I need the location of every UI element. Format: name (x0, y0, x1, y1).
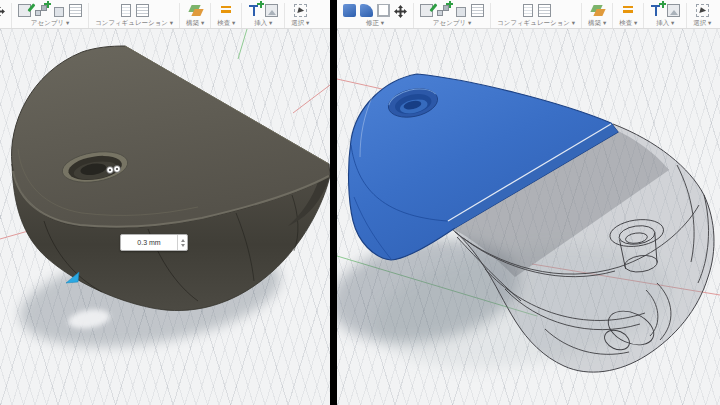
press-pull-icon[interactable] (343, 4, 356, 17)
toolbar-group-configuration: コンフィギュレーション ▾ (88, 3, 179, 28)
shell-icon[interactable] (377, 4, 390, 17)
toolbar-group-inspect: 検査 ▾ (612, 3, 643, 28)
toolbar-group-construct: 構築 ▾ (581, 3, 612, 28)
new-component-icon[interactable] (18, 4, 31, 17)
move-icon[interactable] (394, 4, 407, 17)
insert-derive-icon[interactable] (650, 4, 663, 17)
toolbar-group-modify: 修正 ▾ (337, 3, 413, 28)
joint-icon[interactable] (437, 4, 450, 17)
toolbar-group-label[interactable]: アセンブリ ▾ (31, 18, 69, 27)
as-built-joint-icon[interactable] (52, 4, 65, 17)
toolbar-group-label[interactable]: 挿入 ▾ (254, 18, 272, 27)
select-icon[interactable] (696, 4, 709, 17)
toolbar-left: アセンブリ ▾ コンフィギュレーション ▾ 構築 ▾ 検査 ▾ (0, 0, 330, 29)
toolbar-group-assembly: アセンブリ ▾ (413, 3, 490, 28)
toolbar-group-label[interactable]: 選択 ▾ (693, 18, 711, 27)
toolbar-group-insert: 挿入 ▾ (241, 3, 284, 28)
configuration-icon[interactable] (121, 4, 131, 17)
as-built-joint-icon[interactable] (454, 4, 467, 17)
toolbar-group-label[interactable]: 検査 ▾ (217, 18, 235, 27)
toolbar-right: 修正 ▾ アセンブリ ▾ コンフィギュレーション ▾ 構築 ▾ (337, 0, 720, 29)
toolbar-group-insert: 挿入 ▾ (643, 3, 686, 28)
offset-distance-input[interactable] (121, 235, 177, 250)
toolbar-group-label[interactable]: コンフィギュレーション ▾ (95, 18, 173, 27)
left-viewport-panel: アセンブリ ▾ コンフィギュレーション ▾ 構築 ▾ 検査 ▾ (0, 0, 330, 405)
toolbar-group-label[interactable]: アセンブリ ▾ (433, 18, 471, 27)
left-3d-canvas[interactable] (0, 29, 330, 405)
construct-plane-icon[interactable] (189, 4, 202, 17)
spinner-up-icon[interactable] (181, 239, 185, 242)
right-3d-canvas[interactable] (337, 29, 720, 405)
measure-icon[interactable] (622, 4, 635, 17)
configuration-table-icon[interactable] (136, 4, 149, 17)
toolbar-group-label[interactable]: 構築 ▾ (186, 18, 204, 27)
toolbar-group-label[interactable]: 挿入 ▾ (656, 18, 674, 27)
panel-divider (330, 0, 337, 405)
toolbar-group-label[interactable]: 検査 ▾ (619, 18, 637, 27)
toolbar-group-inspect: 検査 ▾ (210, 3, 241, 28)
toolbar-group-select: 選択 ▾ (686, 3, 717, 28)
right-viewport-panel: 修正 ▾ アセンブリ ▾ コンフィギュレーション ▾ 構築 ▾ (337, 0, 720, 405)
toolbar-group-modify-partial (0, 3, 11, 28)
select-icon[interactable] (294, 4, 307, 17)
rigid-group-icon[interactable] (471, 4, 484, 17)
configuration-icon[interactable] (523, 4, 533, 17)
toolbar-group-select: 選択 ▾ (284, 3, 315, 28)
joint-icon[interactable] (35, 4, 48, 17)
rigid-group-icon[interactable] (69, 4, 82, 17)
toolbar-group-label[interactable]: 修正 ▾ (366, 18, 384, 27)
move-icon[interactable] (0, 4, 5, 17)
toolbar-group-label[interactable]: コンフィギュレーション ▾ (497, 18, 575, 27)
insert-derive-icon[interactable] (248, 4, 261, 17)
right-model-scene (337, 29, 720, 405)
measure-icon[interactable] (220, 4, 233, 17)
new-component-icon[interactable] (420, 4, 433, 17)
toolbar-group-configuration: コンフィギュレーション ▾ (490, 3, 581, 28)
toolbar-group-assembly: アセンブリ ▾ (11, 3, 88, 28)
canvas-icon[interactable] (265, 4, 278, 17)
toolbar-group-label[interactable]: 選択 ▾ (291, 18, 309, 27)
construct-plane-icon[interactable] (591, 4, 604, 17)
fillet-icon[interactable] (360, 4, 373, 17)
configuration-table-icon[interactable] (538, 4, 551, 17)
dimension-input-box (120, 234, 188, 251)
canvas-icon[interactable] (667, 4, 680, 17)
left-model-body[interactable] (12, 46, 330, 311)
toolbar-group-label[interactable]: 構築 ▾ (588, 18, 606, 27)
dimension-spinner[interactable] (177, 235, 187, 250)
toolbar-group-construct: 構築 ▾ (179, 3, 210, 28)
left-model-scene (0, 29, 330, 405)
spinner-down-icon[interactable] (181, 244, 185, 247)
